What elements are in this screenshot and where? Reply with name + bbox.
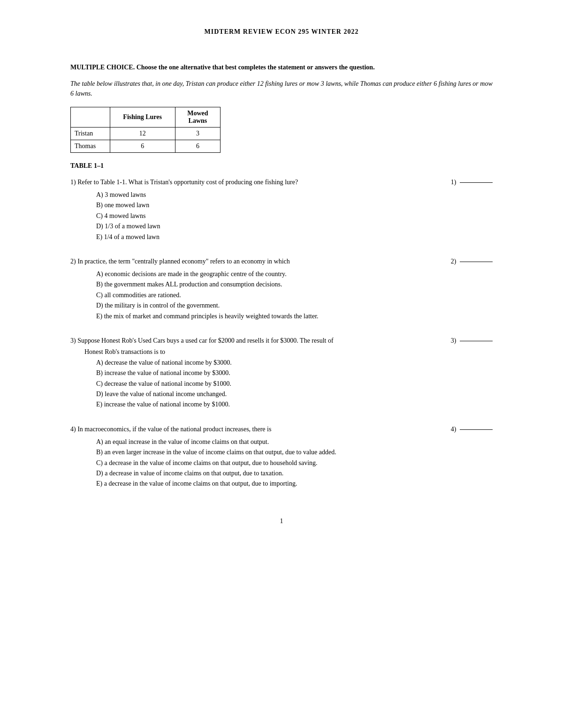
question-3-continuation: Honest Rob's transactions is to	[70, 348, 493, 356]
question-4-option-c: C) a decrease in the value of income cla…	[96, 458, 493, 468]
question-1-options: A) 3 mowed lawns B) one mowed lawn C) 4 …	[96, 190, 493, 242]
question-1-option-b: B) one mowed lawn	[96, 200, 493, 210]
question-1-number: 1) Refer to Table 1-1. What is Tristan's…	[70, 179, 298, 186]
table-header-fishing-lures: Fishing Lures	[110, 107, 175, 128]
questions-section: 1) Refer to Table 1-1. What is Tristan's…	[70, 177, 493, 489]
page-footer: 1	[70, 518, 493, 525]
question-2-right-number: 2)	[465, 256, 493, 266]
question-3-option-e: E) increase the value of national income…	[96, 399, 493, 410]
question-3-number: 3) Suppose Honest Rob's Used Cars buys a…	[70, 337, 334, 344]
question-2-block: 2) In practice, the term "centrally plan…	[70, 256, 493, 322]
table-header-mowed-lawns: MowedLawns	[175, 107, 220, 128]
question-3-option-a: A) decrease the value of national income…	[96, 358, 493, 368]
question-1-block: 1) Refer to Table 1-1. What is Tristan's…	[70, 177, 493, 242]
table-cell-tristan-lawns: 3	[175, 128, 220, 140]
question-2-option-b: B) the government makes ALL production a…	[96, 279, 493, 290]
question-2-number: 2) In practice, the term "centrally plan…	[70, 258, 290, 265]
question-2-options: A) economic decisions are made in the ge…	[96, 269, 493, 322]
question-1-option-d: D) 1/3 of a mowed lawn	[96, 221, 493, 232]
question-4-option-b: B) an even larger increase in the value …	[96, 447, 493, 458]
page-container: MIDTERM REVIEW ECON 295 WINTER 2022 MULT…	[70, 0, 493, 563]
question-3-text: 3) Suppose Honest Rob's Used Cars buys a…	[70, 336, 493, 345]
table-label: TABLE 1–1	[70, 162, 493, 170]
page-header: MIDTERM REVIEW ECON 295 WINTER 2022	[70, 28, 493, 36]
intro-text: The table below illustrates that, in one…	[70, 79, 493, 98]
table-cell-tristan-name: Tristan	[71, 128, 110, 140]
table-row-tristan: Tristan 12 3	[71, 128, 221, 140]
question-3-option-c: C) decrease the value of national income…	[96, 379, 493, 389]
table-row-thomas: Thomas 6 6	[71, 140, 221, 153]
question-3-option-d: D) leave the value of national income un…	[96, 389, 493, 399]
table-cell-thomas-lures: 6	[110, 140, 175, 153]
table-cell-thomas-lawns: 6	[175, 140, 220, 153]
question-2-option-d: D) the military is in control of the gov…	[96, 300, 493, 311]
page-number: 1	[280, 518, 283, 525]
question-4-block: 4) In macroeconomics, if the value of th…	[70, 424, 493, 489]
table-cell-tristan-lures: 12	[110, 128, 175, 140]
question-4-right-number: 4)	[465, 424, 493, 434]
question-3-option-b: B) increase the value of national income…	[96, 368, 493, 378]
question-1-text: 1) Refer to Table 1-1. What is Tristan's…	[70, 177, 493, 187]
question-4-option-e: E) a decrease in the value of income cla…	[96, 479, 493, 489]
question-2-option-c: C) all commodities are rationed.	[96, 290, 493, 300]
question-3-right-number: 3)	[465, 336, 493, 345]
question-2-option-e: E) the mix of market and command princip…	[96, 311, 493, 322]
question-4-option-a: A) an equal increase in the value of inc…	[96, 437, 493, 447]
table-header-empty	[71, 107, 110, 128]
question-2-text: 2) In practice, the term "centrally plan…	[70, 256, 493, 266]
question-4-options: A) an equal increase in the value of inc…	[96, 437, 493, 489]
section-instruction: MULTIPLE CHOICE. Choose the one alternat…	[70, 64, 493, 71]
question-1-right-number: 1)	[465, 177, 493, 187]
question-4-option-d: D) a decrease in value of income claims …	[96, 468, 493, 479]
question-1-option-a: A) 3 mowed lawns	[96, 190, 493, 200]
question-3-block: 3) Suppose Honest Rob's Used Cars buys a…	[70, 336, 493, 410]
production-table: Fishing Lures MowedLawns Tristan 12 3 Th…	[70, 107, 221, 153]
question-2-option-a: A) economic decisions are made in the ge…	[96, 269, 493, 279]
table-cell-thomas-name: Thomas	[71, 140, 110, 153]
question-1-option-c: C) 4 mowed lawns	[96, 211, 493, 221]
header-title: MIDTERM REVIEW ECON 295 WINTER 2022	[205, 28, 359, 35]
instruction-text: MULTIPLE CHOICE. Choose the one alternat…	[70, 64, 375, 71]
question-1-option-e: E) 1/4 of a mowed lawn	[96, 232, 493, 242]
question-4-number: 4) In macroeconomics, if the value of th…	[70, 426, 271, 433]
question-4-text: 4) In macroeconomics, if the value of th…	[70, 424, 493, 434]
question-3-options: A) decrease the value of national income…	[96, 358, 493, 410]
